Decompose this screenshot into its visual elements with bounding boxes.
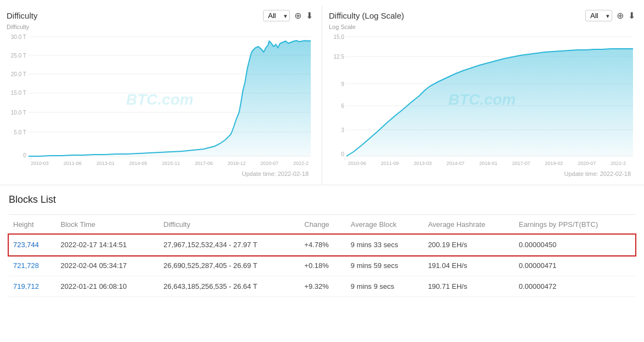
left-chart-title: Difficulty — [7, 11, 37, 20]
svg-text:6: 6 — [341, 103, 344, 109]
col-change: Change — [300, 215, 346, 235]
right-zoom-icon[interactable]: ⊕ — [617, 10, 624, 21]
svg-text:2020-07: 2020-07 — [578, 161, 596, 166]
table-row[interactable]: 721,728 2022-02-04 05:34:17 26,690,525,2… — [9, 255, 635, 276]
col-earnings: Earnings by PPS/T(BTC) — [514, 215, 635, 235]
blocks-list-title: Blocks List — [9, 194, 635, 206]
cell-earnings: 0.00000450 — [514, 235, 635, 255]
cell-difficulty: 26,690,525,287,405 - 26.69 T — [159, 255, 300, 276]
cell-height[interactable]: 723,744 — [9, 235, 56, 255]
cell-avg-hashrate: 200.19 EH/s — [424, 235, 515, 255]
left-chart-controls: All 1Y 6M 3M ⊕ ⬇ — [263, 10, 313, 21]
cell-earnings: 0.00000471 — [514, 255, 635, 276]
left-filter-select[interactable]: All 1Y 6M 3M — [263, 10, 290, 21]
cell-change: +4.78% — [300, 235, 346, 255]
cell-change: +0.18% — [300, 255, 346, 276]
left-chart-area: BTC.com 30.0 T 25.0 T 20.0 T 15.0 T 10.0… — [7, 31, 313, 168]
cell-avg-hashrate: 190.71 EH/s — [424, 276, 515, 297]
col-avg-hashrate: Average Hashrate — [424, 215, 515, 235]
svg-text:3: 3 — [341, 127, 344, 133]
svg-text:9: 9 — [341, 81, 344, 87]
table-header-row: Height Block Time Difficulty Change Aver… — [9, 215, 635, 235]
svg-text:2016-01: 2016-01 — [480, 161, 498, 166]
cell-change: +9.32% — [300, 276, 346, 297]
svg-text:12.5: 12.5 — [334, 54, 345, 60]
svg-text:2011-09: 2011-09 — [381, 161, 399, 166]
right-chart-area: BTC.com 15.0 12.5 9 6 3 0 — [329, 31, 635, 168]
svg-text:2017-07: 2017-07 — [512, 161, 530, 166]
left-download-icon[interactable]: ⬇ — [306, 10, 313, 21]
svg-text:15.0 T: 15.0 T — [11, 90, 26, 96]
svg-text:2020-07: 2020-07 — [260, 161, 278, 166]
svg-text:2010-06: 2010-06 — [348, 161, 366, 166]
cell-block-time: 2022-02-17 14:14:51 — [56, 235, 159, 255]
svg-text:2011-06: 2011-06 — [64, 161, 82, 166]
cell-block-time: 2022-02-04 05:34:17 — [56, 255, 159, 276]
svg-text:2017-06: 2017-06 — [195, 161, 213, 166]
svg-text:2022-2: 2022-2 — [611, 161, 626, 166]
svg-text:20.0 T: 20.0 T — [11, 71, 26, 77]
charts-section: Difficulty All 1Y 6M 3M ⊕ ⬇ Difficulty B… — [0, 0, 644, 185]
svg-text:2019-02: 2019-02 — [545, 161, 563, 166]
cell-earnings: 0.00000472 — [514, 276, 635, 297]
blocks-table: Height Block Time Difficulty Change Aver… — [9, 214, 635, 297]
left-filter-wrapper[interactable]: All 1Y 6M 3M — [263, 10, 290, 21]
svg-text:30.0 T: 30.0 T — [11, 34, 26, 40]
right-filter-wrapper[interactable]: All 1Y 6M 3M — [585, 10, 612, 21]
svg-text:2018-12: 2018-12 — [227, 161, 246, 166]
left-zoom-icon[interactable]: ⊕ — [294, 10, 301, 21]
svg-text:15.0: 15.0 — [334, 34, 345, 40]
left-update-time: Update time: 2022-02-18 — [7, 170, 313, 180]
cell-avg-hashrate: 191.04 EH/s — [424, 255, 515, 276]
svg-text:10.0 T: 10.0 T — [11, 110, 26, 116]
left-chart-svg: 30.0 T 25.0 T 20.0 T 15.0 T 10.0 T 5.0 T… — [7, 31, 313, 168]
cell-difficulty: 26,643,185,256,535 - 26.64 T — [159, 276, 300, 297]
left-chart-header: Difficulty All 1Y 6M 3M ⊕ ⬇ — [7, 10, 313, 21]
cell-avg-block: 9 mins 59 secs — [346, 255, 424, 276]
cell-height[interactable]: 719,712 — [9, 276, 56, 297]
table-row[interactable]: 723,744 2022-02-17 14:14:51 27,967,152,5… — [9, 235, 635, 255]
svg-text:2015-11: 2015-11 — [162, 161, 180, 166]
svg-text:2013-03: 2013-03 — [414, 161, 432, 166]
right-filter-select[interactable]: All 1Y 6M 3M — [585, 10, 612, 21]
svg-text:25.0 T: 25.0 T — [11, 53, 26, 59]
col-height: Height — [9, 215, 56, 235]
svg-text:2014-05: 2014-05 — [129, 161, 147, 166]
svg-text:0: 0 — [23, 152, 26, 158]
right-update-time: Update time: 2022-02-18 — [329, 170, 635, 180]
col-difficulty: Difficulty — [159, 215, 300, 235]
right-chart-header: Difficulty (Log Scale) All 1Y 6M 3M ⊕ ⬇ — [329, 10, 635, 21]
left-chart-container: Difficulty All 1Y 6M 3M ⊕ ⬇ Difficulty B… — [0, 5, 322, 185]
cell-difficulty: 27,967,152,532,434 - 27.97 T — [159, 235, 300, 255]
right-download-icon[interactable]: ⬇ — [628, 10, 635, 21]
cell-block-time: 2022-01-21 06:08:10 — [56, 276, 159, 297]
right-chart-svg: 15.0 12.5 9 6 3 0 — [329, 31, 635, 168]
svg-text:2010-03: 2010-03 — [31, 161, 49, 166]
svg-text:2014-07: 2014-07 — [447, 161, 465, 166]
table-row[interactable]: 719,712 2022-01-21 06:08:10 26,643,185,2… — [9, 276, 635, 297]
cell-avg-block: 9 mins 33 secs — [346, 235, 424, 255]
left-y-label: Difficulty — [7, 24, 313, 30]
svg-text:5.0 T: 5.0 T — [14, 129, 26, 135]
cell-avg-block: 9 mins 9 secs — [346, 276, 424, 297]
right-y-label: Log Scale — [329, 24, 635, 30]
blocks-section: Blocks List Height Block Time Difficulty… — [0, 185, 644, 297]
right-chart-title: Difficulty (Log Scale) — [329, 11, 404, 20]
svg-text:2013-01: 2013-01 — [96, 161, 115, 166]
svg-text:2022-2: 2022-2 — [293, 161, 309, 166]
right-chart-container: Difficulty (Log Scale) All 1Y 6M 3M ⊕ ⬇ … — [322, 5, 644, 185]
col-block-time: Block Time — [56, 215, 159, 235]
table-body: 723,744 2022-02-17 14:14:51 27,967,152,5… — [9, 235, 635, 297]
col-avg-block: Average Block — [346, 215, 424, 235]
cell-height[interactable]: 721,728 — [9, 255, 56, 276]
right-chart-controls: All 1Y 6M 3M ⊕ ⬇ — [585, 10, 635, 21]
svg-text:0: 0 — [341, 151, 344, 157]
